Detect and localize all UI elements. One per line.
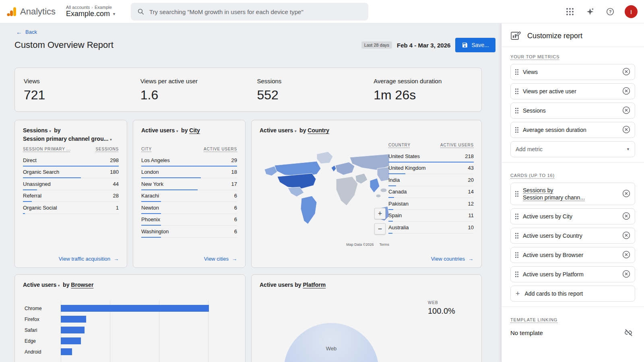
template-row: No template	[510, 327, 635, 338]
world-map[interactable]: + − Map Data ©2026 Terms	[256, 144, 390, 247]
ai-sparkle-button[interactable]	[584, 6, 596, 17]
drag-handle-icon[interactable]	[515, 191, 519, 197]
summary-metric[interactable]: Average session duration 1m 26s	[365, 68, 481, 111]
card-title: Active users by Platform	[260, 281, 473, 299]
map-zoom-in-button[interactable]: +	[374, 208, 386, 219]
template-link-button[interactable]	[623, 327, 634, 338]
bar	[61, 348, 72, 355]
card-chip-users-by-city[interactable]: Active users by City	[510, 208, 635, 224]
drag-handle-icon[interactable]	[515, 88, 519, 95]
remove-card-button[interactable]	[622, 189, 631, 198]
apps-grid-button[interactable]	[564, 6, 576, 17]
save-button[interactable]: Save...	[455, 38, 495, 52]
users-by-browser-card: Active users▼ by Browser Chrome Firefox …	[14, 274, 246, 362]
metric-label: Views	[24, 78, 132, 84]
add-metric-select[interactable]: Add metric ▼	[510, 141, 635, 157]
drag-handle-icon[interactable]	[515, 213, 519, 220]
date-range-picker[interactable]: Feb 4 - Mar 3, 2026	[397, 42, 450, 49]
drag-handle-icon[interactable]	[515, 107, 519, 114]
view-cities-link[interactable]: View cities →	[204, 256, 237, 262]
column-header: ACTIVE USERS	[440, 143, 474, 147]
view-countries-link[interactable]: View countries →	[431, 256, 473, 262]
dimension-selector[interactable]: Platform	[303, 282, 326, 288]
summary-metric[interactable]: Sessions 552	[248, 68, 365, 111]
chevron-down-icon: ▼	[112, 12, 116, 16]
card-chip-sessions-by-channel[interactable]: Sessions bySession primary chann...	[510, 183, 635, 205]
view-traffic-acquisition-link[interactable]: View traffic acquisition →	[59, 256, 119, 262]
metric-selector[interactable]: Sessions	[23, 127, 47, 134]
remove-card-button[interactable]	[622, 231, 631, 240]
drag-handle-icon[interactable]	[515, 127, 519, 133]
card-chip-users-by-platform[interactable]: Active users by Platform	[510, 266, 635, 282]
metric-selector[interactable]: Active users	[23, 282, 56, 288]
section-label: TEMPLATE LINKING	[510, 317, 557, 322]
avatar[interactable]: I	[625, 5, 638, 18]
table-row: Canada14	[388, 186, 474, 198]
row-label: Washington	[141, 228, 169, 234]
dimension-selector[interactable]: City	[189, 127, 200, 134]
report-canvas: ← Back Custom Overview Report Last 28 da…	[0, 23, 501, 362]
metric-selector[interactable]: Active users	[141, 127, 175, 134]
breadcrumb-account: All accounts	[66, 5, 90, 10]
column-header: CITY	[141, 147, 152, 151]
remove-card-button[interactable]	[622, 212, 631, 221]
chip-label: Sessions bySession primary chann...	[523, 187, 618, 201]
map-zoom-controls: + −	[374, 208, 386, 234]
remove-metric-button[interactable]	[622, 125, 631, 134]
drag-handle-icon[interactable]	[515, 271, 519, 278]
table-row: Karachi6	[141, 190, 237, 202]
drag-handle-icon[interactable]	[515, 232, 519, 239]
help-button[interactable]: ?	[605, 6, 616, 17]
drag-handle-icon[interactable]	[515, 252, 519, 258]
search-input[interactable]	[149, 8, 362, 15]
metric-chip-sessions[interactable]: Sessions	[510, 103, 635, 119]
map-terms-link[interactable]: Terms	[380, 243, 390, 247]
dimension-selector[interactable]: Browser	[71, 282, 93, 288]
sparkle-icon	[586, 7, 594, 16]
add-cards-button[interactable]: + Add cards to this report	[510, 286, 635, 302]
remove-metric-button[interactable]	[622, 106, 631, 115]
remove-card-button[interactable]	[622, 251, 631, 259]
remove-metric-button[interactable]	[622, 68, 631, 76]
summary-metric[interactable]: Views per active user 1.6	[132, 68, 248, 111]
remove-circle-icon	[622, 68, 630, 76]
column-header: ACTIVE USERS	[204, 147, 237, 151]
bar-label: Safari	[25, 327, 61, 333]
chevron-down-icon: ▼	[57, 284, 60, 288]
back-link[interactable]: Back	[25, 29, 37, 35]
table-header: CITY ACTIVE USERS	[141, 144, 237, 154]
remove-card-button[interactable]	[622, 270, 631, 279]
title-by: by	[181, 127, 188, 134]
metric-selector[interactable]: Active users	[260, 282, 293, 288]
metric-chip-views[interactable]: Views	[510, 64, 635, 80]
country-table-wrap: COUNTRY ACTIVE USERS United States218 Un…	[388, 140, 474, 234]
chevron-down-icon: ▼	[109, 138, 112, 142]
card-chip-users-by-country[interactable]: Active users by Country	[510, 228, 635, 244]
remove-circle-icon	[622, 87, 630, 95]
analytics-home-link[interactable]: Analytics	[0, 6, 56, 17]
cards-section: CARDS (UP TO 16) Sessions bySession prim…	[502, 166, 644, 303]
map-zoom-out-button[interactable]: −	[374, 223, 386, 234]
card-chip-users-by-browser[interactable]: Active users by Browser	[510, 247, 635, 263]
metric-selector[interactable]: Active users	[260, 127, 293, 134]
map-attribution-text: Map Data ©2026	[346, 243, 374, 247]
remove-circle-icon	[622, 231, 630, 239]
table-row: Newton6	[141, 202, 237, 214]
metric-chip-views-per-active-user[interactable]: Views per active user	[510, 83, 635, 99]
chip-label: Average session duration	[523, 126, 618, 134]
dimension-selector[interactable]: Country	[308, 127, 329, 134]
remove-metric-button[interactable]	[622, 87, 631, 96]
link-label: View traffic acquisition	[59, 256, 110, 262]
remove-circle-icon	[622, 125, 630, 134]
metric-chip-average-session-duration[interactable]: Average session duration	[510, 122, 635, 138]
dimension-selector[interactable]: Session primary channel grou...	[23, 136, 108, 142]
search-bar[interactable]	[131, 3, 368, 21]
drag-handle-icon[interactable]	[515, 69, 519, 75]
donut-slice-label: Web	[315, 346, 347, 352]
summary-metric[interactable]: Views 721	[15, 68, 132, 111]
template-linking-section: TEMPLATE LINKING No template	[502, 310, 644, 340]
row-value: 29	[231, 157, 237, 163]
section-label: YOUR TOP METRICS	[510, 54, 559, 59]
apps-grid-icon	[566, 8, 574, 15]
account-switcher[interactable]: All accounts › Example Example.com ▼	[66, 5, 116, 18]
